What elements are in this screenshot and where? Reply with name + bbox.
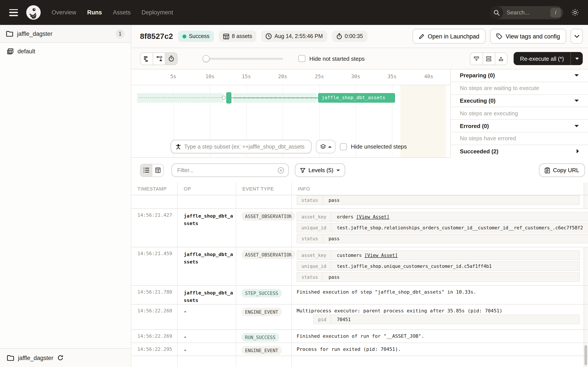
- folder-icon: [6, 31, 13, 37]
- axis-tick: 35s: [387, 73, 397, 80]
- flat-view-button[interactable]: [140, 53, 153, 65]
- scrollbar-track[interactable]: [584, 183, 588, 195]
- reexecute-split-button: Re-execute all (*): [513, 52, 583, 65]
- panel-section-preparing[interactable]: Preparing (0): [451, 69, 588, 82]
- panel-section-succeeded[interactable]: Succeeded (2): [451, 145, 588, 158]
- dependency-dotted-line: [139, 97, 222, 98]
- count-badge: 1: [115, 29, 125, 38]
- open-in-launchpad-button[interactable]: Open in Launchpad: [413, 29, 486, 44]
- step-bar-small[interactable]: [226, 92, 232, 104]
- log-row[interactable]: 14:56:21.427 jaffle_shop_dbt_assets ASSE…: [131, 209, 588, 247]
- waiting-bar: [137, 93, 224, 103]
- hamburger-menu-icon[interactable]: [9, 9, 18, 16]
- axis-tick: 40s: [424, 73, 433, 80]
- reexecute-all-button[interactable]: Re-execute all (*): [513, 52, 571, 65]
- search-icon: [490, 6, 503, 19]
- log-filter-input[interactable]: [177, 167, 277, 173]
- panel-section-executing[interactable]: Executing (0): [451, 95, 588, 107]
- log-row[interactable]: 14:56:21.459 jaffle_shop_dbt_assets ASSE…: [131, 247, 588, 286]
- slider-thumb[interactable]: [203, 55, 209, 62]
- dagster-logo[interactable]: [26, 5, 41, 20]
- scrollbar-track[interactable]: [584, 330, 588, 342]
- caret-down-icon: [337, 169, 340, 171]
- expanded-rows-button[interactable]: [482, 53, 495, 65]
- raw-view-button[interactable]: [152, 164, 163, 176]
- caret-down-icon: [574, 100, 579, 102]
- step-bar-jaffle-shop-dbt-assets[interactable]: jaffle_shop_dbt_assets: [318, 93, 395, 103]
- chevron-down-icon: [575, 58, 579, 60]
- panel-empty-text: No steps have errored: [451, 132, 588, 145]
- kv-row: statuspass: [297, 195, 580, 205]
- scrollbar-track[interactable]: [584, 356, 588, 367]
- kv-row: statuspass: [297, 234, 588, 243]
- log-row[interactable]: 14:56:22.260 - ENGINE_EVENT Multiprocess…: [131, 305, 588, 330]
- axis-tick: 25s: [315, 73, 324, 80]
- step-subset-input-wrap: [171, 140, 311, 153]
- expand-rows-button[interactable]: [495, 53, 507, 65]
- waterfall-view-button[interactable]: [153, 53, 165, 65]
- log-row[interactable]: 14:56:22.269 - RUN_SUCCESS Finished exec…: [131, 330, 588, 343]
- kv-row: unique_idtest.jaffle_shop.unique_custome…: [297, 261, 580, 271]
- event-type-tag: RUN_SUCCESS: [242, 333, 279, 342]
- run-header: 8f8527c2 Success 8 assets Aug 14, 2:55:4…: [131, 25, 588, 48]
- view-asset-link[interactable]: [View Asset]: [356, 214, 389, 219]
- log-row[interactable]: 14:56:21.780 jaffle_shop_dbt_assets STEP…: [131, 286, 588, 305]
- assets-chip[interactable]: 8 assets: [219, 31, 257, 42]
- caret-down-icon: [574, 75, 579, 77]
- panel-section-errored[interactable]: Errored (0): [451, 120, 588, 132]
- hide-not-started-checkbox-row[interactable]: Hide not started steps: [298, 55, 365, 62]
- hide-unselected-checkbox-row[interactable]: Hide unselected steps: [340, 143, 407, 150]
- kv-row: asset_keycustomers [View Asset]: [297, 250, 580, 260]
- checkbox[interactable]: [298, 55, 305, 62]
- scrollbar-track[interactable]: [584, 247, 588, 285]
- levels-filter-button[interactable]: Levels (5): [295, 163, 345, 177]
- refresh-icon[interactable]: [57, 355, 63, 361]
- scrollbar-thumb[interactable]: [585, 345, 587, 365]
- op-selector-icon: [175, 143, 182, 150]
- checkbox[interactable]: [340, 143, 347, 150]
- axis-tick: 15s: [242, 73, 251, 80]
- run-id: 8f8527c2: [140, 32, 173, 41]
- sidebar-item-default[interactable]: default: [0, 43, 131, 60]
- collapse-rows-button[interactable]: [470, 53, 482, 65]
- clear-filter-icon[interactable]: [277, 167, 284, 174]
- sidebar-item-jaffle-dagster[interactable]: jaffle_dagster 1: [0, 25, 131, 43]
- kv-row: pid70451: [313, 315, 580, 324]
- log-filter-wrap: [172, 163, 289, 177]
- log-row[interactable]: 14:56:22.295 - ENGINE_EVENT Process for …: [131, 343, 588, 356]
- log-toolbar: Levels (5) Copy URL: [131, 158, 588, 183]
- global-search[interactable]: /: [490, 6, 563, 19]
- gantt-zoom-slider[interactable]: [203, 55, 283, 62]
- copy-url-button[interactable]: Copy URL: [539, 163, 585, 177]
- nav-link-assets[interactable]: Assets: [113, 9, 130, 16]
- start-time-chip: Aug 14, 2:55:46 PM: [261, 31, 327, 42]
- view-tags-config-button[interactable]: View tags and config: [490, 29, 566, 44]
- run-more-actions-button[interactable]: [571, 29, 583, 44]
- log-table-filler: [131, 356, 588, 367]
- timed-view-button[interactable]: [165, 53, 177, 65]
- scrollbar-track[interactable]: [584, 305, 588, 329]
- kv-row: statuspass: [297, 272, 580, 282]
- step-subset-input[interactable]: [184, 143, 308, 150]
- nav-link-overview[interactable]: Overview: [52, 9, 76, 16]
- reexecute-dropdown-button[interactable]: [571, 52, 583, 65]
- event-type-tag: ENGINE_EVENT: [242, 308, 282, 316]
- gantt-overflow-band: [400, 85, 446, 157]
- panel-empty-text: No steps are executing: [451, 107, 588, 120]
- scrollbar-track[interactable]: [584, 195, 588, 209]
- table-view-button[interactable]: [140, 164, 152, 176]
- scrollbar-track[interactable]: [584, 286, 588, 304]
- settings-gear-icon[interactable]: [571, 8, 579, 17]
- log-row[interactable]: statuspass: [131, 195, 588, 209]
- graph-query-toggle-button[interactable]: [316, 140, 336, 153]
- axis-tick: 10s: [205, 73, 215, 80]
- search-input[interactable]: [503, 9, 550, 16]
- kv-row: unique_idtest.jaffle_shop.relationships_…: [297, 223, 588, 233]
- event-type-tag: STEP_SUCCESS: [242, 289, 282, 298]
- caret-down-icon: [574, 125, 579, 127]
- nav-link-deployment[interactable]: Deployment: [141, 9, 173, 16]
- view-asset-link[interactable]: [View Asset]: [364, 252, 398, 258]
- run-actions: Open in Launchpad View tags and config: [413, 29, 588, 44]
- dependency-node: [222, 96, 226, 100]
- nav-link-runs[interactable]: Runs: [87, 9, 102, 16]
